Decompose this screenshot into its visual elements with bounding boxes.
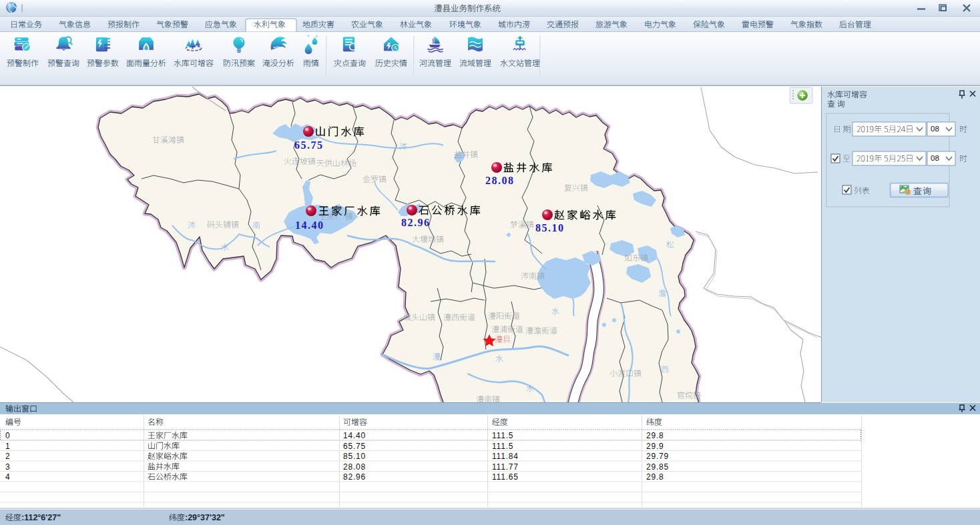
svg-text::112°6'27": :112°6'27" <box>21 513 61 522</box>
svg-text:28.08: 28.08 <box>343 462 366 472</box>
svg-text:14.40: 14.40 <box>343 431 366 440</box>
svg-text:29.9: 29.9 <box>646 442 664 451</box>
svg-text:29.79: 29.79 <box>646 452 669 461</box>
svg-text:29.8: 29.8 <box>646 431 664 440</box>
svg-text:65.75: 65.75 <box>343 442 366 451</box>
svg-text:82.96: 82.96 <box>401 217 431 228</box>
svg-text:111.5: 111.5 <box>492 431 513 440</box>
svg-text:111.5: 111.5 <box>492 442 513 451</box>
svg-text:1: 1 <box>5 442 10 451</box>
svg-text:85.10: 85.10 <box>343 452 366 461</box>
svg-text:29.85: 29.85 <box>646 462 669 472</box>
svg-text:111.65: 111.65 <box>492 472 519 482</box>
svg-text:111.77: 111.77 <box>492 462 519 472</box>
svg-text:85.10: 85.10 <box>535 222 565 233</box>
svg-text:08: 08 <box>931 154 939 162</box>
svg-text:29.8: 29.8 <box>646 472 664 482</box>
svg-text:2: 2 <box>5 452 10 461</box>
svg-text:28.08: 28.08 <box>485 175 515 186</box>
svg-text:3: 3 <box>5 462 10 472</box>
svg-text:0: 0 <box>5 431 10 440</box>
svg-text::29°37'32": :29°37'32" <box>185 513 225 522</box>
svg-text:65.75: 65.75 <box>294 139 324 151</box>
svg-text:111.84: 111.84 <box>492 452 519 461</box>
svg-text:08: 08 <box>931 125 939 133</box>
svg-text:82.96: 82.96 <box>343 472 366 482</box>
svg-text:4: 4 <box>5 472 10 482</box>
svg-text:14.40: 14.40 <box>295 219 324 231</box>
